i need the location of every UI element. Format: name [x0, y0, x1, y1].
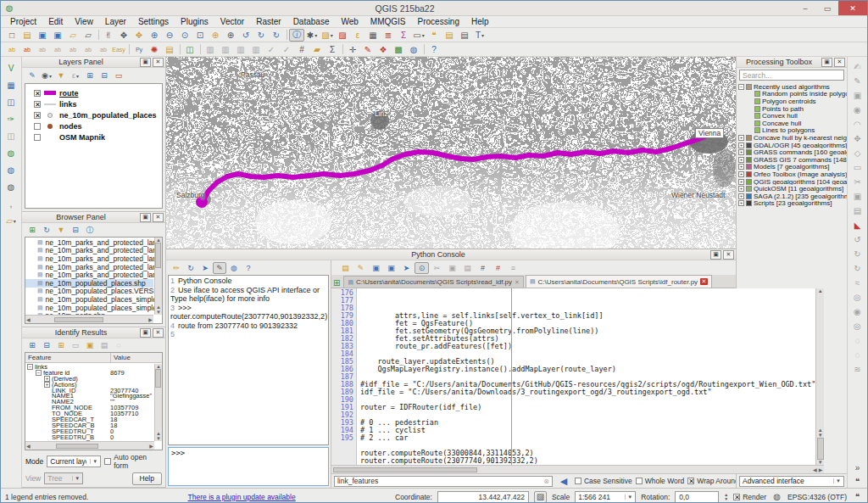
tab-idf-router[interactable]: ▤ C:\Users\anita\Documents\QGIS Scripts\… [526, 275, 712, 288]
undo-icon[interactable]: ↺ [849, 233, 865, 245]
expand-tree-icon[interactable]: ⊞ [25, 339, 39, 351]
add-delimited-text-icon[interactable]: , [3, 198, 19, 210]
map-export-icon[interactable]: ▩ [391, 43, 406, 56]
cut-features-icon[interactable]: ✂ [849, 176, 865, 187]
clear-find-icon[interactable]: ⊗ [543, 478, 549, 485]
browser-item[interactable]: ▤ ne_10m_parks_and_protected_lands_scale… [25, 271, 153, 279]
zoom-to-layer-icon[interactable]: ⊕ [223, 29, 238, 42]
plugin-update-link[interactable]: There is a plugin update available [188, 493, 296, 501]
zoom-next-icon[interactable]: ↻ [253, 29, 269, 42]
zoom-last-icon[interactable]: ↺ [238, 29, 253, 42]
attribute-table-icon[interactable]: ▦ [365, 29, 381, 42]
save-script-as-icon[interactable]: ▣ [384, 262, 398, 274]
import-class-icon[interactable]: ↻ [184, 262, 198, 274]
run-command-icon[interactable]: ➤ [198, 262, 212, 274]
zoom-out-icon[interactable]: ⊖ [162, 29, 177, 42]
save-script-icon[interactable]: ▣ [369, 262, 383, 274]
algorithm-item[interactable]: Random points inside polygon... [737, 91, 847, 98]
select-features-icon[interactable]: ▨ [320, 29, 335, 42]
label-move-icon[interactable]: ab [50, 43, 65, 56]
help-book-icon[interactable]: ? [426, 43, 442, 56]
layer-checkbox[interactable] [34, 134, 41, 141]
refresh-browser-icon[interactable]: ↻ [40, 224, 53, 236]
menu-item[interactable]: MMQGIS [364, 17, 412, 26]
editor-vscrollbar[interactable]: ▲ ▲▼ ▼ [815, 288, 824, 465]
touch-zoom-icon[interactable]: ✌ [101, 29, 116, 42]
browser-item[interactable]: ▤ ne_10m_populated_places.VERSION.txt [25, 288, 153, 296]
float-panel-icon[interactable]: ▣ [710, 250, 721, 260]
rotation-spinner[interactable]: 0,0 [675, 491, 719, 503]
algorithm-item[interactable]: + Concave hull by k-nearest neighbo... [737, 134, 847, 142]
close-panel-icon[interactable]: ✕ [153, 58, 164, 67]
identify-hscrollbar[interactable]: ◀ ▶ [25, 441, 154, 450]
collapse-tree-icon[interactable]: ⊟ [40, 339, 53, 351]
menu-item[interactable]: Vector [214, 17, 250, 26]
add-vector-layer-icon[interactable]: V [3, 62, 19, 75]
copy-icon[interactable]: ▣ [445, 262, 459, 274]
view-combo[interactable]: Tree▼ [44, 472, 83, 484]
labeling-options-icon[interactable]: ab [4, 43, 19, 56]
browser-hscrollbar[interactable]: ◀ ▶ [25, 315, 153, 323]
menu-item[interactable]: Layer [99, 17, 132, 26]
menu-item[interactable]: Raster [250, 17, 287, 26]
move-feature-icon[interactable]: ✥ [849, 132, 865, 144]
copy-features-icon[interactable]: ▣ [849, 190, 865, 202]
algorithm-item[interactable]: + GRASS GIS 7 commands [148 geoa... [737, 156, 847, 164]
measure-icon[interactable]: ▭ [411, 29, 426, 42]
object-inspector-icon[interactable]: ≡ [506, 262, 520, 274]
minimize-button[interactable]: – [794, 1, 816, 15]
text-annotation-icon[interactable]: T [472, 29, 487, 42]
refresh-icon[interactable]: ↻ [269, 29, 284, 42]
messages-bubble-icon[interactable]: ❝ [852, 490, 863, 503]
algorithm-item[interactable]: Points to path [737, 105, 847, 113]
crs-status[interactable]: EPSG:4326 (OTF) [787, 493, 847, 501]
algorithm-item[interactable]: + GDAL/OGR [45 geoalgorithms] [737, 142, 847, 149]
save-edits-icon[interactable]: ▣ [849, 89, 865, 101]
float-panel-icon[interactable]: ▣ [140, 213, 151, 222]
algorithm-item[interactable]: + GRASS commands [160 geoalgorith... [737, 148, 847, 156]
label-rotate-icon[interactable]: ab [65, 43, 81, 56]
algorithm-item[interactable]: + Orfeo Toolbox (Image analysis) [9... [737, 170, 847, 178]
label-change-icon[interactable]: ab [81, 43, 96, 56]
add-raster-layer-icon[interactable]: ▦ [3, 79, 19, 92]
archive-icon[interactable]: ▤ [162, 43, 177, 56]
float-panel-icon[interactable]: ▣ [140, 328, 151, 338]
wrap-around-checkbox[interactable]: ✕Wrap Around [687, 477, 738, 485]
auto-open-form-checkbox[interactable]: Auto open form [104, 453, 162, 470]
layer-item[interactable]: ✕ links [25, 98, 162, 109]
fill-ring-icon[interactable]: ◎ [849, 320, 865, 332]
save-project-icon[interactable]: ▣ [35, 29, 50, 42]
identify-icon[interactable]: ⓘ [289, 29, 304, 42]
maximize-button[interactable]: ▭ [816, 1, 838, 15]
identify-vscrollbar[interactable]: ▲ ▲▼ [154, 364, 162, 441]
browser-vscrollbar[interactable]: ▲ ▲▼ [154, 238, 162, 315]
layer-checkbox[interactable]: ✕ [34, 90, 41, 97]
layer-checkbox[interactable]: ✕ [34, 101, 41, 108]
help-button[interactable]: Help [132, 472, 162, 485]
whole-word-checkbox[interactable]: Whole Word [636, 477, 685, 485]
offset-curve-icon[interactable]: ≋ [849, 363, 865, 375]
map-canvas[interactable]: Passau Linz Salzburg Vienna Wiener Neust… [166, 57, 736, 249]
rotate-feature-icon[interactable]: ↻ [849, 262, 865, 274]
add-postgis-layer-icon[interactable]: ◫ [3, 96, 19, 109]
label-properties-icon[interactable]: ab [96, 43, 111, 56]
circular-string-icon[interactable]: ◠ [849, 118, 865, 130]
feature-action-icon[interactable]: ✱ [304, 29, 320, 42]
menu-item[interactable]: Help [465, 17, 495, 26]
delete-ring-icon[interactable]: ◌ [849, 334, 865, 346]
add-ring-icon[interactable]: ◎ [849, 291, 865, 303]
clear-console-icon[interactable]: ✏ [170, 262, 183, 274]
add-selected-layers-icon[interactable]: ⊞ [25, 224, 39, 236]
add-wms-layer-icon[interactable]: ◍ [3, 147, 19, 159]
zoom-native-icon[interactable]: ⊙ [177, 29, 192, 42]
browser-item[interactable]: ▤ ne_10m_populated_places_simple.shp [25, 295, 153, 304]
filter-expression-icon[interactable]: ε [69, 70, 82, 81]
filter-browser-icon[interactable]: ▼ [54, 224, 68, 236]
browser-item[interactable]: ▤ ne_10m_parks_and_protected_lands_point… [25, 254, 153, 263]
redo-icon[interactable]: ↻ [849, 248, 865, 260]
crs-globe-icon[interactable]: ◍ [771, 490, 782, 503]
spatial-query-icon[interactable]: ▥ [233, 43, 248, 56]
label-highlight-icon[interactable]: ab [35, 43, 50, 56]
node-tool-icon[interactable]: ◇ [849, 147, 865, 159]
open-script-icon[interactable]: ▤ [338, 262, 353, 274]
